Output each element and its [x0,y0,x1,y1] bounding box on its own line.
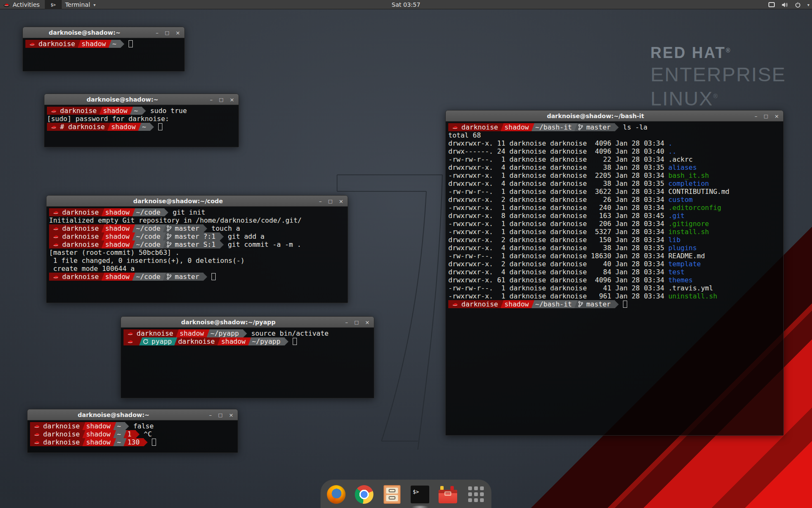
git-branch-icon [167,233,172,240]
minimize-button[interactable]: – [345,320,348,325]
prompt-segment-host: shadow [217,337,251,345]
activities-button[interactable]: Activities [0,0,45,9]
terminal-window[interactable]: darknoise@shadow:~–□×darknoiseshadow~sud… [44,94,239,147]
active-app-indicator [411,505,428,508]
maximize-button[interactable]: □ [165,30,169,36]
terminal-cursor[interactable] [158,123,162,130]
window-titlebar[interactable]: darknoise@shadow:~–□× [44,94,239,105]
dock-toolbox-icon[interactable] [438,485,458,504]
window-title: darknoise@shadow:~ [23,27,146,38]
system-status-area[interactable]: ▾ [768,0,809,9]
terminal-app-icon: $> [45,0,62,9]
terminal-content[interactable]: darknoiseshadow~sudo true[sudo] password… [44,105,239,147]
prompt-line: darknoiseshadow~130 [30,438,238,446]
prompt-segment-user: darknoise [174,337,220,345]
prompt-segment-branch: master [574,123,615,131]
output-text: -rwxrwxr-x. 1 darknoise darknoise 240 Ja… [448,204,668,212]
prompt-segment-path: ~/bash-it [532,300,578,308]
prompt-segment-host: shadow [102,240,135,248]
terminal-window[interactable]: darknoise@shadow:~/bash-it–□×darknoisesh… [445,110,784,436]
output-line: -rw-rw-r--. 1 darknoise darknoise 41 Jan… [448,284,783,292]
minimize-button[interactable]: – [210,97,213,102]
terminal-content[interactable]: darknoiseshadow~falsedarknoiseshadow~1^C… [27,420,238,453]
minimize-button[interactable]: – [319,199,322,204]
output-line: -rwxrwxr-x. 1 darknoise darknoise 2205 J… [448,171,783,179]
prompt-segment-user: darknoise [448,300,504,308]
prompt-segment-path: ~/pyapp [207,329,243,337]
maximize-button[interactable]: □ [218,412,222,418]
window-titlebar[interactable]: darknoise@shadow:~/bash-it–□× [446,110,783,121]
window-titlebar[interactable]: darknoise@shadow:~/code–□× [47,196,348,207]
close-button[interactable]: × [230,97,234,102]
output-line: -rwxrwxr-x. 1 darknoise darknoise 961 Ja… [448,292,783,300]
terminal-window[interactable]: darknoise@shadow:~–□×darknoiseshadow~fal… [27,409,238,453]
prompt-arrow-tip [615,301,619,308]
terminal-window[interactable]: darknoise@shadow:~/code–□×darknoiseshado… [46,195,348,303]
output-line: drwxrwxr-x. 8 darknoise darknoise 163 Ja… [448,212,783,220]
prompt-segment-user: darknoise [47,107,102,115]
terminal-cursor[interactable] [211,273,216,280]
close-button[interactable]: × [365,320,370,325]
output-text: drwxrwxr-x. 8 darknoise darknoise 163 Ja… [448,212,668,220]
prompt-segment-host: shadow [176,329,210,337]
chevron-down-icon: ▾ [93,3,96,7]
file-name: .gitignore [668,220,709,228]
minimize-button[interactable]: – [209,412,212,418]
prompt-segment-host: shadow [501,123,535,131]
close-button[interactable]: × [176,30,180,36]
output-line: drwxrwxr-x. 2 darknoise darknoise 150 Ja… [448,236,783,244]
close-button[interactable]: × [774,113,779,119]
output-line: drwxrwxr-x. 2 darknoise darknoise 40 Jan… [448,260,783,268]
volume-icon [782,2,788,8]
prompt-segment-host: shadow [107,123,141,131]
close-button[interactable]: × [339,199,343,204]
dock-firefox-icon[interactable] [326,485,346,504]
output-text: drwxrwxr-x. 2 darknoise darknoise 40 Jan… [448,260,668,268]
prompt-segment-path: ~/code [132,208,165,216]
terminal-window[interactable]: darknoise@shadow:~–□×darknoiseshadow~ [22,27,185,72]
activities-label: Activities [13,1,40,8]
terminal-cursor[interactable] [293,338,297,345]
command-text: git init [173,208,205,216]
maximize-button[interactable]: □ [219,97,223,102]
window-titlebar[interactable]: darknoise@shadow:~–□× [27,409,238,420]
terminal-cursor[interactable] [129,40,133,47]
dock-chrome-icon[interactable] [354,485,374,504]
power-icon [795,2,801,8]
prompt-segment-path: ~/bash-it [532,123,578,131]
prompt-segment-host: shadow [82,438,116,446]
minimize-button[interactable]: – [156,30,159,36]
git-branch-icon [578,301,583,307]
window-titlebar[interactable]: darknoise@shadow:~–□× [23,27,184,38]
output-line: drwxrwxr-x. 4 darknoise darknoise 38 Jan… [448,179,783,188]
output-text: create mode 100644 a [49,265,134,273]
maximize-button[interactable]: □ [764,113,768,119]
prompt-segment-path: ~/code [132,273,166,281]
prompt-line: darknoiseshadow~/codemaster ?:1git add a [49,232,348,240]
maximize-button[interactable]: □ [354,320,359,325]
prompt-line: darknoiseshadow~/bash-itmasterls -la [448,123,783,131]
terminal-content[interactable]: darknoiseshadow~/pyappsource bin/activat… [121,328,374,398]
terminal-content[interactable]: darknoiseshadow~ [23,38,184,71]
dock-terminal-icon[interactable]: $> [410,485,430,504]
terminal-window[interactable]: darknoise@shadow:~/pyapp–□×darknoiseshad… [121,316,374,398]
close-button[interactable]: × [229,412,233,418]
maximize-button[interactable]: □ [328,199,332,204]
output-line: -rwxrwxr-x. 1 darknoise darknoise 5327 J… [448,228,783,236]
window-titlebar[interactable]: darknoise@shadow:~/pyapp–□× [121,317,374,328]
clock[interactable]: Sat 03:57 [392,1,420,8]
prompt-arrow-tip [165,209,168,216]
terminal-cursor[interactable] [152,439,156,446]
output-line: [sudo] password for darknoise: [47,115,239,123]
app-menu-terminal[interactable]: $> Terminal ▾ [45,0,96,9]
output-text: -rwxrwxr-x. 1 darknoise darknoise 206 Ja… [448,220,668,228]
terminal-content[interactable]: darknoiseshadow~/bash-itmasterls -latota… [446,121,783,435]
dock-files-icon[interactable] [382,485,402,504]
minimize-button[interactable]: – [754,113,757,119]
command-text: ^C [144,430,152,438]
file-name: . [668,139,672,147]
terminal-cursor[interactable] [623,301,627,308]
terminal-content[interactable]: darknoiseshadow~/codegit initInitialized… [47,207,348,303]
dock-app-grid-icon[interactable] [466,485,486,504]
prompt-line: darknoiseshadow~/codegit init [49,208,348,216]
